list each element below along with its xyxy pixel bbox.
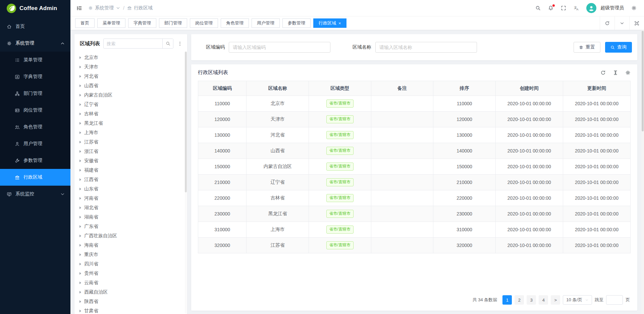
page-size-select[interactable]: 10 条/页 xyxy=(563,295,592,305)
breadcrumb-item-system[interactable]: 系统管理 xyxy=(88,5,120,11)
top-header: 系统管理 / 行政区域 文A 超级管理员 xyxy=(70,0,644,16)
tree-item-label: 湖北省 xyxy=(84,205,98,211)
avatar[interactable] xyxy=(586,3,596,13)
cell-code: 220000 xyxy=(198,190,247,206)
refresh-tab-button[interactable] xyxy=(600,16,614,30)
tree-item[interactable]: 河南省 xyxy=(74,194,187,203)
tree-scrollbar[interactable] xyxy=(185,52,187,313)
tree-item[interactable]: 湖南省 xyxy=(74,212,187,222)
tab-user-management[interactable]: 用户管理 xyxy=(252,18,280,28)
home-icon xyxy=(7,24,12,29)
leaf-logo-icon xyxy=(7,4,16,13)
sidebar-item-home[interactable]: 首页 xyxy=(0,18,70,35)
tree-item[interactable]: 北京市 xyxy=(74,53,187,62)
row-height-icon[interactable] xyxy=(613,70,618,75)
fullscreen-icon[interactable] xyxy=(561,5,566,11)
tree-item[interactable]: 江苏省 xyxy=(74,137,187,147)
page-button-1[interactable]: 1 xyxy=(502,295,512,305)
tree-item[interactable]: 贵州省 xyxy=(74,269,187,278)
tree-search-button[interactable] xyxy=(162,39,173,48)
reset-button[interactable]: 重置 xyxy=(574,42,600,53)
tree-item[interactable]: 甘肃省 xyxy=(74,306,187,314)
tab-param-management[interactable]: 参数管理 xyxy=(282,18,311,28)
translate-icon[interactable]: 文A xyxy=(574,5,579,11)
tab-admin-region[interactable]: 行政区域× xyxy=(313,18,346,28)
sidebar-item-post-management[interactable]: 岗位管理 xyxy=(0,102,70,119)
sidebar-fold-icon[interactable] xyxy=(76,5,82,11)
table-header-row: 区域编码区域名称区域类型备注排序创建时间更新时间 xyxy=(198,81,631,96)
caret-right-icon xyxy=(79,141,81,143)
cell-type: 省市/直辖市 xyxy=(309,175,371,190)
tree-item[interactable]: 福建省 xyxy=(74,166,187,175)
tab-dept-management[interactable]: 部门管理 xyxy=(159,18,187,28)
tree-item[interactable]: 辽宁省 xyxy=(74,100,187,109)
tree-item[interactable]: 云南省 xyxy=(74,278,187,288)
page-button-4[interactable]: 4 xyxy=(539,295,548,305)
tree-item[interactable]: 重庆市 xyxy=(74,250,187,259)
sidebar-item-menu-management[interactable]: 菜单管理 xyxy=(0,52,70,68)
tree-search-input[interactable] xyxy=(104,41,162,46)
region-name-input[interactable] xyxy=(375,42,477,53)
sidebar-item-role-management[interactable]: 角色管理 xyxy=(0,119,70,135)
search-icon[interactable] xyxy=(535,5,541,11)
tree-item[interactable]: 西藏自治区 xyxy=(74,288,187,297)
tree-item[interactable]: 四川省 xyxy=(74,259,187,269)
tab-menu-management[interactable]: 菜单管理 xyxy=(97,18,125,28)
tree-item[interactable]: 上海市 xyxy=(74,128,187,137)
column-settings-gear-icon[interactable] xyxy=(625,70,631,75)
cell-remark xyxy=(371,96,433,112)
tree-item[interactable]: 山西省 xyxy=(74,81,187,90)
tree-item[interactable]: 海南省 xyxy=(74,241,187,250)
notification-bell-icon[interactable] xyxy=(548,5,553,11)
next-page-button[interactable]: > xyxy=(551,295,560,305)
region-code-input[interactable] xyxy=(229,42,330,53)
page-button-3[interactable]: 3 xyxy=(527,295,536,305)
tree-item[interactable]: 天津市 xyxy=(74,62,187,72)
tab-options-button[interactable] xyxy=(614,16,629,30)
region-name-label: 区域名称 xyxy=(353,44,371,50)
sidebar-item-system-management[interactable]: 系统管理 xyxy=(0,35,70,52)
breadcrumb: 系统管理 / 行政区域 xyxy=(88,5,153,11)
tree-item[interactable]: 广西壮族自治区 xyxy=(74,231,187,241)
sidebar-item-dict-management[interactable]: 字典管理 xyxy=(0,68,70,85)
tree-item[interactable]: 湖北省 xyxy=(74,203,187,212)
tab-post-management[interactable]: 岗位管理 xyxy=(190,18,218,28)
tree-item[interactable]: 江西省 xyxy=(74,175,187,184)
close-icon[interactable]: × xyxy=(338,21,341,25)
filter-field-name: 区域名称 xyxy=(353,42,477,53)
sidebar-item-user-management[interactable]: 用户管理 xyxy=(0,135,70,152)
page-scrollbar[interactable] xyxy=(641,30,644,314)
sidebar-item-param-management[interactable]: 参数管理 xyxy=(0,152,70,169)
username[interactable]: 超级管理员 xyxy=(600,5,624,11)
tab-role-management[interactable]: 角色管理 xyxy=(221,18,249,28)
jump-page-input[interactable] xyxy=(606,295,623,305)
tab-home[interactable]: 首页 xyxy=(75,18,95,28)
tree-item[interactable]: 山东省 xyxy=(74,184,187,194)
cell-code: 120000 xyxy=(198,112,247,127)
app-logo[interactable]: Coffee Admin xyxy=(0,0,70,17)
query-button[interactable]: 查询 xyxy=(605,42,632,53)
tree-item[interactable]: 陕西省 xyxy=(74,297,187,306)
sidebar-item-system-monitor[interactable]: 系统监控 xyxy=(0,186,70,202)
tree-item[interactable]: 广东省 xyxy=(74,222,187,231)
tree-item[interactable]: 浙江省 xyxy=(74,147,187,156)
region-type-badge: 省市/直辖市 xyxy=(326,210,354,217)
settings-gear-icon[interactable] xyxy=(631,5,637,11)
page-button-2[interactable]: 2 xyxy=(515,295,524,305)
table-row: 110000北京市省市/直辖市1100002020-10-01 00:00:00… xyxy=(198,96,631,112)
sidebar-item-admin-region[interactable]: 行政区域 xyxy=(0,169,70,186)
cell-type: 省市/直辖市 xyxy=(309,238,371,253)
tree-item[interactable]: 安徽省 xyxy=(74,156,187,166)
list-icon xyxy=(15,58,20,63)
more-options-icon[interactable] xyxy=(177,41,183,46)
content-fullscreen-button[interactable] xyxy=(629,16,644,30)
sidebar-item-dept-management[interactable]: 部门管理 xyxy=(0,85,70,102)
tab-dict-management[interactable]: 字典管理 xyxy=(128,18,156,28)
tree-item[interactable]: 河北省 xyxy=(74,72,187,81)
tree-item[interactable]: 吉林省 xyxy=(74,109,187,119)
tree-item[interactable]: 黑龙江省 xyxy=(74,119,187,128)
tree-item[interactable]: 内蒙古自治区 xyxy=(74,90,187,100)
refresh-icon[interactable] xyxy=(600,70,606,75)
table-row: 130000河北省省市/直辖市1300002020-10-01 00:00:00… xyxy=(198,127,631,143)
table-row: 150000内蒙古自治区省市/直辖市1500002020-10-01 00:00… xyxy=(198,159,631,175)
